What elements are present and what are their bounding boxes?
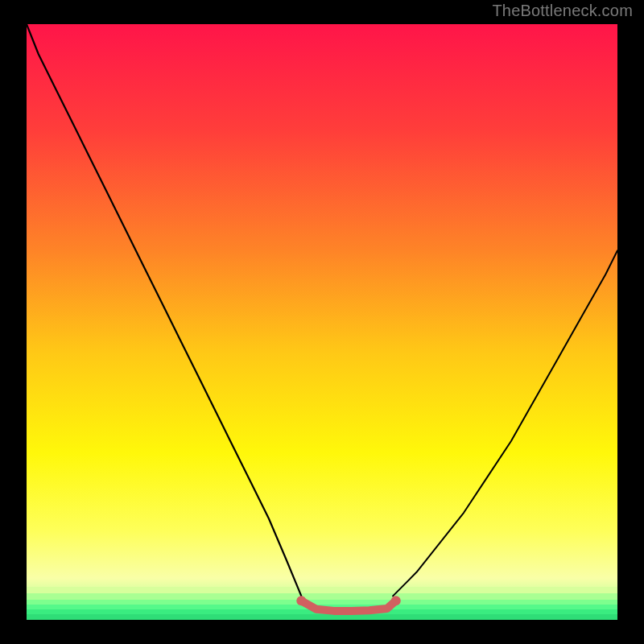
marker-dot <box>391 596 401 605</box>
chart-frame: TheBottleneck.com <box>0 0 644 644</box>
series-curve-left <box>27 24 301 596</box>
curve-overlay <box>27 24 617 620</box>
watermark-text: TheBottleneck.com <box>492 2 633 20</box>
series-curve-right <box>393 250 617 596</box>
series-bottom-marker <box>301 601 395 611</box>
plot-area <box>27 24 617 620</box>
marker-dot <box>296 596 306 605</box>
